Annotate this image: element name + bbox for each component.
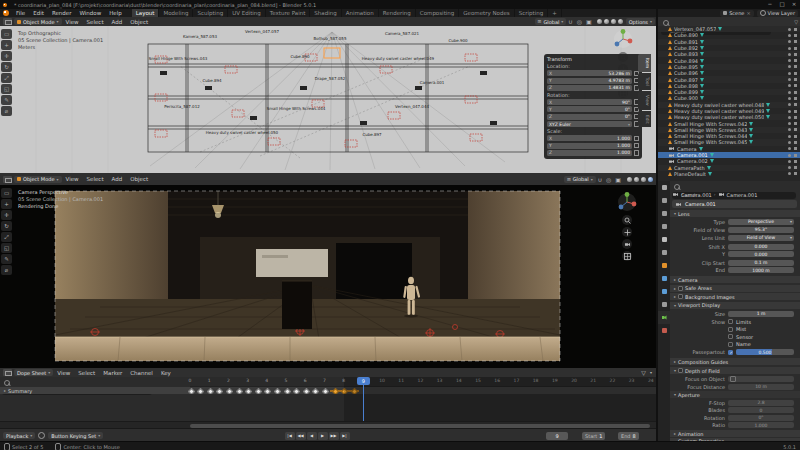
blender-menu-icon[interactable] [3,10,9,16]
measure-tool-icon[interactable]: ⌀ [1,265,12,275]
scene-unlink-icon[interactable]: × [746,10,750,16]
workspace-tab-shading[interactable]: Shading [310,9,341,17]
hide-viewport-icon[interactable] [788,103,791,106]
clip-start-field[interactable]: 0.1 m [728,260,794,266]
menu-view[interactable]: View [62,176,83,182]
hide-viewport-icon[interactable] [788,116,791,119]
dope-sheet-mode-dropdown[interactable]: Dope Sheet [14,369,53,376]
background-images-panel-header[interactable]: Background Images [670,293,800,300]
scale-y-field[interactable]: Y1.000 [547,142,639,149]
hide-viewport-icon[interactable] [788,78,791,81]
filter-icon[interactable]: ▽ [639,369,648,376]
clip-end-field[interactable]: 1000 m [728,267,794,273]
passepartout-checkbox[interactable] [728,350,733,355]
scale-tool-icon[interactable]: ⤢ [1,232,12,242]
hide-viewport-icon[interactable] [788,154,791,157]
move-tool-icon[interactable]: ✛ [1,51,12,61]
axis-gizmo[interactable] [612,28,634,54]
camera-panel-header[interactable]: Camera [670,276,800,283]
keying-record-icon[interactable] [38,432,45,439]
viewport-display-panel-header[interactable]: Viewport Display [670,302,800,309]
shift-x-field[interactable]: 0.000 [728,244,794,250]
dof-checkbox[interactable] [678,368,683,373]
workspace-tab-layout[interactable]: Layout [132,9,160,17]
lens-panel-header[interactable]: Lens [670,210,800,217]
measure-tool-icon[interactable]: ⌀ [1,106,12,116]
menu-select[interactable]: Select [83,176,108,182]
hide-viewport-icon[interactable] [788,40,791,43]
disable-render-icon[interactable] [794,65,797,68]
keying-set-dropdown[interactable]: Button Keying Set [48,432,103,439]
hide-viewport-icon[interactable] [788,53,791,56]
current-frame-field[interactable]: 9 [546,432,568,440]
mist-checkbox[interactable] [728,327,733,332]
disable-render-icon[interactable] [794,166,797,169]
hide-viewport-icon[interactable] [788,84,791,87]
close-button[interactable]: × [788,0,800,9]
disable-render-icon[interactable] [794,147,797,150]
menu-object[interactable]: Object [126,19,152,25]
menu-view[interactable]: View [62,19,83,25]
hide-viewport-icon[interactable] [788,128,791,131]
proportional-editing-icon[interactable]: ◎ [604,176,613,183]
snap-magnet-icon[interactable]: ∪ [596,176,604,183]
background-images-checkbox[interactable] [678,294,683,299]
minimize-button[interactable]: ─ [764,0,776,9]
cursor-tool-icon[interactable]: + [1,199,12,209]
perspective-toggle-icon[interactable] [622,251,632,261]
editor-type-icon[interactable] [3,176,12,183]
disable-render-icon[interactable] [794,34,797,37]
play-reverse-button[interactable]: ◀ [307,432,317,440]
menu-file[interactable]: File [12,10,29,16]
workspace-tab-geometry-nodes[interactable]: Geometry Nodes [459,9,514,17]
lens-type-dropdown[interactable]: Perspective [728,219,794,225]
transform-orientation-dropdown[interactable]: ⊞ Global [564,176,596,183]
disable-render-icon[interactable] [794,103,797,106]
display-size-field[interactable]: 1 m [728,311,794,317]
filter-dropdown-icon[interactable]: ▾ [648,370,654,375]
workspace-tab-rendering[interactable]: Rendering [379,9,416,17]
properties-tab-constraints[interactable] [658,298,670,311]
solid-shading-icon[interactable] [634,177,639,182]
hide-viewport-icon[interactable] [788,72,791,75]
aperture-panel-header[interactable]: Aperture [670,391,800,398]
hide-viewport-icon[interactable] [788,166,791,169]
summary-channel[interactable]: ▸ Summary [0,387,190,394]
workspace-tab-animation[interactable]: Animation [342,9,379,17]
rotation-x-field[interactable]: X90° [547,99,639,106]
hide-viewport-icon[interactable] [788,97,791,100]
rotation-y-field[interactable]: Y0° [547,106,639,113]
mode-dropdown[interactable]: Object Mode [14,176,62,183]
select-box-tool-icon[interactable]: ▭ [1,188,12,198]
disable-render-icon[interactable] [794,84,797,87]
material-shading-icon[interactable] [611,19,616,24]
hide-viewport-icon[interactable] [788,34,791,37]
scrollbar-thumb[interactable] [190,424,650,428]
menu-render[interactable]: Render [48,10,76,16]
menu-add[interactable]: Add [108,19,127,25]
viewport-camera[interactable]: ▭ + ✛ ↻ ⤢ ◱ ✎ ⌀ Camera Perspective 05 Sc… [0,185,657,368]
next-keyframe-button[interactable]: ▶▶ [329,432,339,440]
transform-orientation-dropdown[interactable]: ⊞ Global [535,18,567,25]
properties-tab-material[interactable] [658,324,670,337]
sensor-checkbox[interactable] [728,334,733,339]
n-panel-tab-edit[interactable]: Edit [638,111,651,128]
annotate-tool-icon[interactable]: ✎ [1,95,12,105]
disable-render-icon[interactable] [794,59,797,62]
menu-key[interactable]: Key [157,370,175,376]
workspace-tab-modeling[interactable]: Modeling [159,9,193,17]
focus-object-field[interactable] [728,376,794,382]
wireframe-shading-icon[interactable] [627,177,632,182]
outliner-filter-icon[interactable]: ▽ [792,19,800,25]
disable-render-icon[interactable] [794,154,797,157]
hide-viewport-icon[interactable] [788,28,791,31]
workspace-tab-compositing[interactable]: Compositing [416,9,459,17]
snap-magnet-icon[interactable]: ∪ [566,18,574,25]
disable-render-icon[interactable] [794,160,797,163]
workspace-tab-uv-editing[interactable]: UV Editing [228,9,266,17]
hide-viewport-icon[interactable] [788,110,791,113]
maximize-button[interactable]: □ [776,0,788,9]
transform-tool-icon[interactable]: ◱ [1,84,12,94]
add-workspace-button[interactable]: + [548,9,562,17]
disable-render-icon[interactable] [794,110,797,113]
